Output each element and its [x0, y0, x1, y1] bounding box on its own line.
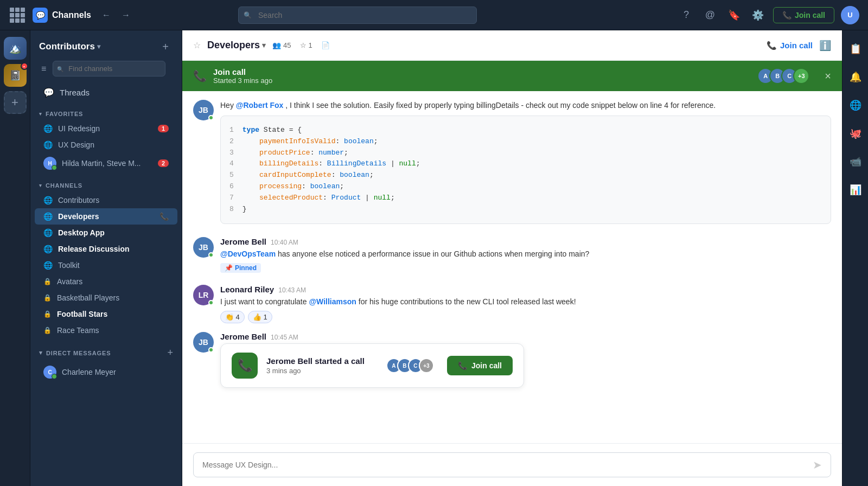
- unread-badge: 1: [158, 125, 169, 132]
- call-banner-title: Join call: [213, 67, 272, 76]
- dm-avatar: H: [43, 157, 56, 170]
- app-logo[interactable]: 💬 Channels: [33, 8, 91, 23]
- globe-icon: 🌐: [43, 196, 53, 204]
- main-layout: 🏔️ 📓 • + Contributors ▾ + ≡ 💬 Threads ▾: [0, 30, 868, 486]
- call-card: 📞 Jerome Bell started a call 3 mins ago …: [220, 343, 524, 388]
- call-card-phone-icon: 📞: [232, 353, 258, 379]
- sidebar-item-hilda-martin[interactable]: H Hilda Martin, Steve M... 2: [35, 153, 177, 174]
- msg-header-3: Jerome Bell 10:45 AM: [220, 332, 831, 341]
- sidebar-item-threads[interactable]: 💬 Threads: [35, 83, 177, 102]
- chat-input-area: ➤: [182, 443, 842, 486]
- apps-grid-button[interactable]: [9, 7, 26, 24]
- sidebar-item-avatars[interactable]: 🔒 Avatars: [35, 273, 177, 290]
- join-call-card-button[interactable]: 📞 Join call: [447, 356, 513, 375]
- msg-author: Leonard Riley: [220, 285, 274, 294]
- back-button[interactable]: ←: [98, 8, 115, 22]
- sidebar: Contributors ▾ + ≡ 💬 Threads ▾ FAVORITES…: [30, 30, 182, 486]
- right-rail-bell-icon[interactable]: 🔔: [846, 67, 865, 87]
- mention-devopsteam[interactable]: @DevOpsTeam: [220, 250, 276, 258]
- find-channels-input[interactable]: [53, 61, 165, 76]
- right-rail: 📋 🔔 🌐 🐙 📹 📊: [842, 30, 868, 486]
- right-rail-globe-icon[interactable]: 🌐: [846, 95, 865, 115]
- lock-icon: 🔒: [43, 310, 52, 318]
- sidebar-item-toolkit[interactable]: 🌐 Toolkit: [35, 257, 177, 273]
- star-count[interactable]: ☆ 1: [300, 41, 312, 49]
- add-workspace-button[interactable]: +: [4, 91, 27, 114]
- workspace-2[interactable]: 📓 •: [4, 64, 27, 87]
- join-call-top-button[interactable]: 📞 Join call: [773, 7, 834, 23]
- msg-time: 10:40 AM: [271, 239, 298, 246]
- workspace-chevron-icon: ▾: [97, 43, 100, 50]
- mention[interactable]: @Robert Fox: [236, 101, 284, 110]
- right-rail-video-icon[interactable]: 📹: [846, 152, 865, 171]
- sidebar-item-release-discussion[interactable]: 🌐 Release Discussion: [35, 241, 177, 257]
- right-rail-chart-icon[interactable]: 📊: [846, 180, 865, 200]
- new-channel-button[interactable]: +: [158, 39, 173, 54]
- send-button[interactable]: ➤: [813, 458, 822, 471]
- notes-button[interactable]: 📄: [321, 41, 330, 49]
- mention-williamson[interactable]: @Williamson: [309, 297, 356, 306]
- channels-section-header[interactable]: ▾ CHANNELS: [30, 174, 182, 192]
- msg-content-3: Jerome Bell 10:45 AM 📞 Jerome Bell start…: [220, 332, 831, 388]
- people-icon: 👥: [272, 41, 281, 49]
- user-avatar-top[interactable]: U: [841, 6, 859, 24]
- channel-name: Contributors: [58, 196, 99, 204]
- sidebar-item-desktop-app[interactable]: 🌐 Desktop App: [35, 225, 177, 241]
- channels-chevron-icon: ▾: [39, 183, 42, 188]
- sidebar-item-contributors[interactable]: 🌐 Contributors: [35, 192, 177, 208]
- channel-name: Basketball Players: [57, 293, 119, 302]
- sidebar-item-developers[interactable]: 🌐 Developers 📞: [35, 208, 177, 225]
- reaction-thumbsup[interactable]: 👍 1: [248, 311, 272, 323]
- reactions: 👏 4 👍 1: [220, 311, 831, 323]
- dm-chevron-icon: ▾: [39, 349, 43, 356]
- lock-icon: 🔒: [43, 278, 52, 285]
- phone-icon-top: 📞: [782, 11, 792, 20]
- help-button[interactable]: ?: [678, 7, 695, 24]
- workspace-rail: 🏔️ 📓 • +: [0, 30, 30, 486]
- msg-content-2: Leonard Riley 10:43 AM I just want to co…: [220, 285, 831, 323]
- direct-messages-header[interactable]: ▾ DIRECT MESSAGES: [39, 349, 111, 356]
- info-button[interactable]: ℹ️: [819, 40, 831, 52]
- sidebar-item-ui-redesign[interactable]: 🌐 UI Redesign 1: [35, 120, 177, 137]
- favorites-section-header[interactable]: ▾ FAVORITES: [30, 102, 182, 120]
- message-group-code: JB Hey @Robert Fox , I think I see the s…: [193, 100, 831, 228]
- right-rail-github-icon[interactable]: 🐙: [846, 124, 865, 143]
- filter-button[interactable]: ≡: [39, 62, 48, 76]
- msg-text: Hey @Robert Fox , I think I see the solu…: [220, 100, 831, 111]
- sidebar-item-football-stars[interactable]: 🔒 Football Stars: [35, 306, 177, 322]
- msg-avatar-jerome-2: JB: [193, 332, 214, 353]
- sidebar-item-ux-design[interactable]: 🌐 UX Design: [35, 137, 177, 153]
- sidebar-item-charlene-meyer[interactable]: C Charlene Meyer: [35, 362, 177, 382]
- search-input[interactable]: [238, 7, 477, 24]
- dm-section-header: ▾ DIRECT MESSAGES +: [30, 338, 182, 362]
- favorites-chevron-icon: ▾: [39, 111, 42, 117]
- star-button[interactable]: ☆: [193, 40, 201, 50]
- at-mention-button[interactable]: @: [701, 7, 719, 24]
- settings-button[interactable]: ⚙️: [749, 7, 767, 24]
- reaction-clap[interactable]: 👏 4: [220, 311, 245, 323]
- add-dm-button[interactable]: +: [167, 347, 173, 359]
- call-card-info: Jerome Bell started a call 3 mins ago: [266, 356, 382, 375]
- lock-icon: 🔒: [43, 294, 52, 302]
- message-input[interactable]: [202, 461, 807, 469]
- member-count[interactable]: 👥 45: [272, 41, 291, 49]
- workspace-1[interactable]: 🏔️: [4, 37, 27, 60]
- bookmarks-button[interactable]: 🔖: [725, 7, 743, 24]
- pinned-badge: 📌 Pinned: [220, 263, 261, 273]
- app-name: Channels: [52, 10, 91, 20]
- forward-button[interactable]: →: [117, 8, 135, 22]
- join-call-header-button[interactable]: 📞 Join call: [767, 41, 813, 50]
- messages-list: JB Hey @Robert Fox , I think I see the s…: [182, 91, 842, 443]
- sidebar-item-race-teams[interactable]: 🔒 Race Teams: [35, 322, 177, 338]
- workspace-name[interactable]: Contributors ▾: [39, 41, 100, 52]
- star-icon: ☆: [300, 41, 307, 49]
- sidebar-item-basketball-players[interactable]: 🔒 Basketball Players: [35, 290, 177, 306]
- msg-header-2: Leonard Riley 10:43 AM: [220, 285, 831, 294]
- message-group-3: JB Jerome Bell 10:45 AM 📞 Jerome Bell st…: [193, 332, 831, 388]
- right-rail-clipboard-icon[interactable]: 📋: [846, 39, 865, 59]
- channel-title[interactable]: Developers ▾: [207, 40, 266, 51]
- threads-label: Threads: [60, 88, 90, 97]
- call-banner-close-button[interactable]: ×: [825, 70, 831, 82]
- call-card-avatars: A B C +3: [391, 358, 434, 373]
- msg-text-2: I just want to congratulate @Williamson …: [220, 296, 831, 308]
